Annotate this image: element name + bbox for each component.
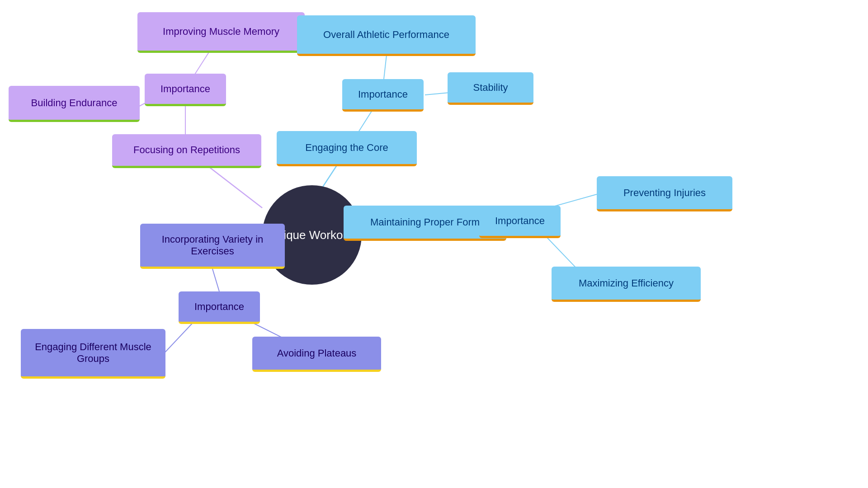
importance-blue-top-node[interactable]: Importance [342,79,424,112]
engaging-different-muscle-node[interactable]: Engaging Different Muscle Groups [21,329,165,379]
incorporating-variety-node[interactable]: Incorporating Variety in Exercises [140,224,285,269]
importance-purple-node[interactable]: Importance [145,74,226,106]
building-endurance-label: Building Endurance [31,97,118,109]
preventing-injuries-label: Preventing Injuries [623,187,706,199]
svg-line-13 [212,269,219,291]
avoiding-plateaus-node[interactable]: Avoiding Plateaus [252,337,381,372]
engaging-different-muscle-label: Engaging Different Muscle Groups [29,341,157,365]
avoiding-plateaus-label: Avoiding Plateaus [277,347,357,359]
improving-muscle-memory-label: Improving Muscle Memory [163,26,279,38]
overall-athletic-performance-node[interactable]: Overall Athletic Performance [297,15,476,56]
focusing-on-repetitions-node[interactable]: Focusing on Repetitions [112,134,261,168]
engaging-the-core-node[interactable]: Engaging the Core [277,131,417,166]
importance-purple-label: Importance [160,83,210,95]
maximizing-efficiency-node[interactable]: Maximizing Efficiency [552,267,701,302]
importance-indigo-label: Importance [194,301,244,313]
stability-label: Stability [473,82,508,94]
stability-node[interactable]: Stability [448,72,533,105]
improving-muscle-memory-node[interactable]: Improving Muscle Memory [137,12,305,53]
preventing-injuries-node[interactable]: Preventing Injuries [597,176,732,211]
incorporating-variety-label: Incorporating Variety in Exercises [148,234,277,257]
overall-athletic-performance-label: Overall Athletic Performance [323,29,449,41]
importance-blue-top-label: Importance [358,89,408,100]
maximizing-efficiency-label: Maximizing Efficiency [579,277,674,289]
building-endurance-node[interactable]: Building Endurance [9,86,140,122]
importance-blue-mid-node[interactable]: Importance [479,206,561,238]
importance-blue-mid-label: Importance [495,215,545,227]
maintaining-proper-form-label: Maintaining Proper Form [370,216,480,228]
focusing-on-repetitions-label: Focusing on Repetitions [133,144,240,156]
importance-indigo-node[interactable]: Importance [179,291,260,324]
engaging-the-core-label: Engaging the Core [305,142,388,154]
